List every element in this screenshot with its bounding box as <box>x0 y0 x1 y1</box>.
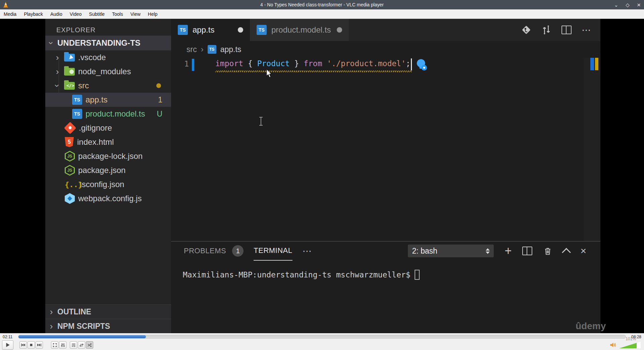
tree-item-app-ts[interactable]: TS app.ts 1 <box>45 93 171 107</box>
tree-item-node-modules[interactable]: › node_modules <box>45 64 171 79</box>
section-outline[interactable]: › OUTLINE <box>45 304 171 319</box>
tree-item-gitignore[interactable]: .gitignore <box>45 121 171 135</box>
tab-app-ts[interactable]: TS app.ts <box>171 19 250 41</box>
random-button[interactable] <box>86 341 93 349</box>
udemy-watermark: ûdemy <box>576 321 606 332</box>
tree-item-label: package-lock.json <box>78 151 143 161</box>
terminal-output[interactable]: Maximilians-MBP:understanding-ts mschwar… <box>171 260 600 280</box>
close-button[interactable]: × <box>637 2 641 8</box>
menu-item-video[interactable]: Video <box>66 11 86 17</box>
previous-button[interactable] <box>19 341 27 349</box>
next-button[interactable] <box>36 341 43 349</box>
tab-terminal[interactable]: TERMINAL <box>254 241 292 261</box>
terminal-cursor <box>415 270 420 280</box>
tree-item-label: tsconfig.json <box>79 180 124 189</box>
section-npm-scripts[interactable]: › NPM SCRIPTS <box>45 319 171 333</box>
play-button[interactable] <box>2 340 13 350</box>
volume-percent: 101% <box>626 337 636 341</box>
unsaved-dot-icon[interactable] <box>337 27 342 33</box>
tree-item-index-html[interactable]: 5 index.html <box>45 135 171 149</box>
tree-item-package-lock-json[interactable]: JS package-lock.json <box>45 149 171 163</box>
problems-count-badge: 1 <box>232 245 244 257</box>
explorer-sidebar: EXPLORER › UNDERSTANDING-TS › .vscode › … <box>45 19 171 333</box>
elapsed-time: 02:11 <box>3 335 15 339</box>
chevron-down-icon: › <box>47 40 56 46</box>
tree-item-label: src <box>78 81 89 90</box>
minimize-button[interactable]: ⌄ <box>614 2 619 7</box>
panel-more-icon[interactable]: ⋯ <box>303 246 313 257</box>
typescript-file-icon: TS <box>72 109 82 119</box>
volume-controls: 101% <box>610 342 642 348</box>
menu-item-audio[interactable]: Audio <box>47 11 66 17</box>
stop-button[interactable] <box>28 341 35 349</box>
vscode-screen: EXPLORER › UNDERSTANDING-TS › .vscode › … <box>45 19 600 333</box>
chevron-down-icon: › <box>53 82 62 89</box>
playlist-group <box>70 341 93 349</box>
project-section-header[interactable]: › UNDERSTANDING-TS <box>45 36 171 50</box>
tree-item-label: package.json <box>78 166 125 175</box>
tree-item-product-model-ts[interactable]: TS product.model.ts U <box>45 107 171 121</box>
typescript-file-icon: TS <box>72 95 82 105</box>
unsaved-dot-icon[interactable] <box>238 27 243 33</box>
section-label: NPM SCRIPTS <box>57 322 110 331</box>
speaker-icon[interactable] <box>610 342 617 348</box>
video-display[interactable]: EXPLORER › UNDERSTANDING-TS › .vscode › … <box>0 19 644 333</box>
volume-fill <box>619 342 637 348</box>
menu-item-media[interactable]: Media <box>0 11 20 17</box>
maximize-panel-icon[interactable] <box>562 248 571 257</box>
chevron-right-icon: › <box>48 307 55 316</box>
tree-item-label: webpack.config.js <box>78 194 142 203</box>
tree-item-vscode[interactable]: › .vscode <box>45 50 171 64</box>
tree-item-tsconfig-json[interactable]: {..} tsconfig.json <box>45 177 171 191</box>
close-panel-icon[interactable]: × <box>580 245 586 257</box>
code-editor[interactable]: 1 import { Product } from './product.mod… <box>171 58 600 241</box>
tree-item-webpack-config-js[interactable]: webpack.config.js <box>45 191 171 206</box>
more-actions-icon[interactable]: ⋯ <box>582 25 592 36</box>
maximize-button[interactable]: ◇ <box>626 2 630 7</box>
code-token: { <box>243 59 257 68</box>
title-bar[interactable]: 4 - No Types Needed class-transformer - … <box>0 0 644 9</box>
git-compare-icon[interactable] <box>521 25 531 35</box>
section-label: OUTLINE <box>57 307 91 316</box>
breadcrumb-file[interactable]: app.ts <box>220 45 241 54</box>
code-token: './product.model' <box>327 59 406 68</box>
extended-settings-button[interactable] <box>59 341 66 349</box>
new-terminal-icon[interactable]: + <box>504 244 512 258</box>
code-token: from <box>304 59 322 68</box>
code-line[interactable]: import { Product } from './product.model… <box>215 59 411 68</box>
typescript-file-icon: TS <box>257 25 267 35</box>
menu-bar: Media Playback Audio Video Subtitle Tool… <box>0 9 644 19</box>
menu-item-playback[interactable]: Playback <box>20 11 47 17</box>
fullscreen-button[interactable] <box>51 341 58 349</box>
volume-slider[interactable] <box>619 342 641 348</box>
dropdown-arrows-icon <box>486 248 490 254</box>
minimap[interactable] <box>584 58 600 241</box>
player-control-bar: 02:11 08:28 <box>0 333 644 350</box>
editor-actions: ⋯ <box>521 19 600 41</box>
warning-squiggle <box>215 71 412 72</box>
git-file-icon <box>64 122 76 134</box>
split-terminal-icon[interactable] <box>522 247 532 255</box>
menu-item-help[interactable]: Help <box>144 11 161 17</box>
loop-button[interactable] <box>78 341 85 349</box>
chevron-right-icon: › <box>54 67 61 76</box>
kill-terminal-trash-icon[interactable] <box>543 246 552 256</box>
tree-item-src[interactable]: › src <box>45 79 171 93</box>
playlist-button[interactable] <box>70 341 77 349</box>
breadcrumb-folder[interactable]: src <box>186 45 197 54</box>
split-editor-icon[interactable] <box>561 26 572 34</box>
menu-item-subtitle[interactable]: Subtitle <box>85 11 108 17</box>
tree-item-label: product.model.ts <box>86 109 145 119</box>
menu-item-view[interactable]: View <box>127 11 144 17</box>
menu-item-tools[interactable]: Tools <box>108 11 127 17</box>
tree-item-package-json[interactable]: JS package.json <box>45 163 171 177</box>
transport-controls: 101% <box>0 340 644 350</box>
chevron-right-icon: › <box>54 53 61 62</box>
problems-count-badge: 1 <box>158 95 162 104</box>
lightbulb-icon[interactable] <box>415 58 428 72</box>
tab-problems[interactable]: PROBLEMS <box>184 242 226 260</box>
shell-selector-dropdown[interactable]: 2: bash <box>408 245 494 257</box>
seek-slider[interactable] <box>18 335 626 339</box>
open-changes-icon[interactable] <box>541 25 551 35</box>
tab-product-model-ts[interactable]: TS product.model.ts <box>250 19 349 41</box>
